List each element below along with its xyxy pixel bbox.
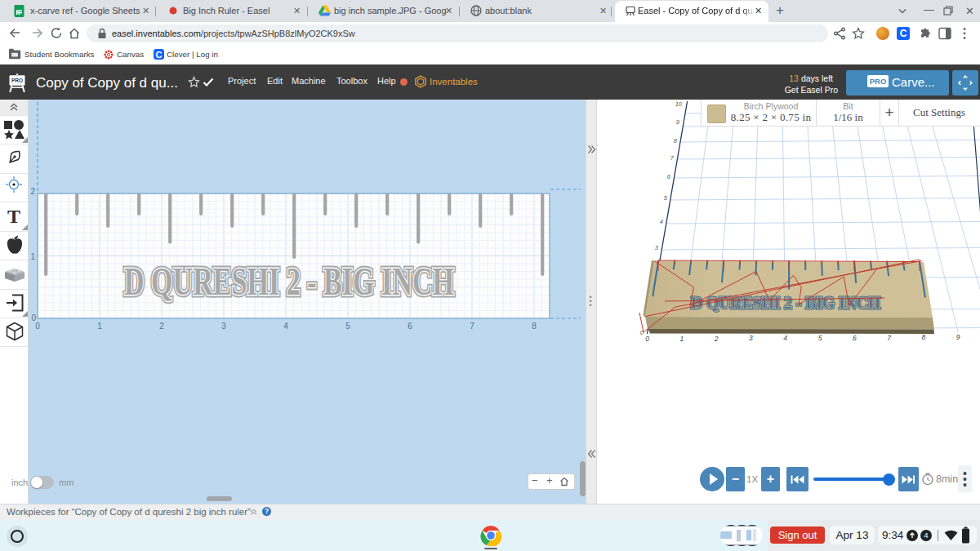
svg-text:1: 1 xyxy=(30,252,35,261)
svg-text:0: 0 xyxy=(35,322,40,331)
svg-text:8: 8 xyxy=(532,322,537,331)
svg-text:2: 2 xyxy=(30,187,35,196)
svg-text:4: 4 xyxy=(660,218,663,225)
svg-text:3: 3 xyxy=(749,334,753,342)
svg-text:7: 7 xyxy=(670,154,675,162)
svg-text:1: 1 xyxy=(97,322,102,331)
svg-text:6: 6 xyxy=(667,173,671,180)
svg-text:5: 5 xyxy=(345,322,350,331)
svg-text:9: 9 xyxy=(676,118,680,126)
svg-text:7: 7 xyxy=(887,334,891,342)
svg-text:PRO: PRO xyxy=(11,78,23,83)
svg-text:6: 6 xyxy=(408,322,412,331)
svg-text:0: 0 xyxy=(640,329,644,336)
svg-text:8: 8 xyxy=(922,333,926,341)
svg-text:D QURESHI 2 - BIG INCH: D QURESHI 2 - BIG INCH xyxy=(124,260,454,303)
svg-text:9: 9 xyxy=(956,333,960,341)
svg-text:8: 8 xyxy=(674,137,678,144)
svg-text:5: 5 xyxy=(818,334,822,342)
svg-text:7: 7 xyxy=(470,322,474,331)
svg-text:5: 5 xyxy=(664,194,668,202)
svg-text:4: 4 xyxy=(283,322,288,331)
svg-text:2: 2 xyxy=(714,335,719,343)
svg-text:0: 0 xyxy=(645,335,649,343)
svg-text:4: 4 xyxy=(783,334,787,342)
svg-text:2: 2 xyxy=(159,322,164,331)
svg-text:10: 10 xyxy=(675,100,683,108)
svg-text:D QURESHI 2 - BIG INCH: D QURESHI 2 - BIG INCH xyxy=(691,293,880,313)
svg-text:3: 3 xyxy=(655,244,659,251)
svg-text:3: 3 xyxy=(221,322,226,331)
svg-text:6: 6 xyxy=(853,334,857,342)
svg-text:1: 1 xyxy=(679,335,684,343)
